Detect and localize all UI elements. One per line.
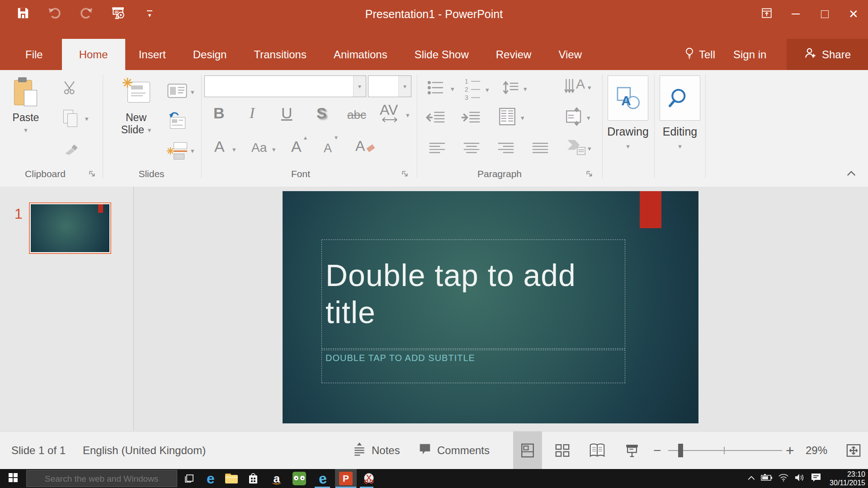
slide-thumbnail[interactable] (29, 202, 111, 254)
drawing-button[interactable]: A Drawing ▾ (608, 75, 648, 150)
zoom-out-button[interactable]: − (653, 432, 661, 469)
font-color-button[interactable]: A (214, 138, 225, 155)
tell-me-box[interactable]: Tell (684, 39, 715, 70)
ribbon-display-options-button[interactable] (752, 0, 781, 28)
taskbar-search-box[interactable] (26, 470, 177, 487)
cut-button[interactable] (62, 80, 78, 97)
action-center-icon[interactable] (811, 473, 821, 484)
text-direction-button[interactable]: A ▾ (564, 78, 591, 96)
reading-view-button[interactable] (583, 432, 612, 469)
customize-qat-button[interactable]: ▾ (140, 5, 159, 23)
tab-review[interactable]: Review (482, 39, 545, 70)
align-right-button[interactable] (497, 141, 514, 155)
share-button[interactable]: Share (787, 39, 868, 70)
taskbar-clock[interactable]: 23:10 30/11/2015 (827, 470, 865, 487)
wifi-icon[interactable] (778, 474, 789, 483)
strikethrough-button[interactable]: abc (347, 108, 366, 122)
decrease-font-size-button[interactable]: A (324, 141, 332, 155)
minimize-button[interactable] (781, 0, 810, 28)
comments-toggle[interactable]: Comments (418, 432, 490, 469)
justify-button[interactable] (532, 141, 549, 155)
tab-design[interactable]: Design (179, 39, 241, 70)
close-button[interactable]: ✕ (839, 0, 868, 28)
tab-insert[interactable]: Insert (125, 39, 179, 70)
chevron-down-icon[interactable]: ▾ (398, 76, 411, 97)
font-size-combobox[interactable]: ▾ (368, 75, 411, 97)
editing-button[interactable]: Editing ▾ (660, 75, 700, 150)
reset-slide-button[interactable] (168, 112, 186, 129)
align-text-button[interactable]: ▾ (564, 107, 590, 128)
tray-chevron-up-icon[interactable] (747, 474, 755, 483)
text-shadow-button[interactable]: S (316, 104, 327, 122)
subtitle-placeholder[interactable]: DOUBLE TAP TO ADD SUBTITLE (321, 350, 625, 383)
tab-animations[interactable]: Animations (320, 39, 401, 70)
normal-view-button[interactable] (513, 432, 542, 469)
copy-button[interactable]: ▾ (63, 110, 89, 127)
start-button[interactable] (0, 469, 26, 488)
title-placeholder[interactable]: Double tap to add title (321, 239, 625, 349)
tab-file[interactable]: File (14, 39, 55, 70)
font-dialog-launcher[interactable] (401, 170, 410, 179)
bold-button[interactable]: B (213, 104, 225, 122)
slide-indicator[interactable]: Slide 1 of 1 (11, 432, 66, 469)
paste-button[interactable]: Paste ▾ (10, 74, 42, 133)
zoom-slider-track[interactable] (668, 450, 782, 451)
taskbar-snipping-tool-icon[interactable] (359, 469, 379, 488)
slide-show-view-button[interactable] (618, 432, 646, 469)
save-button[interactable] (14, 5, 33, 23)
paragraph-dialog-launcher[interactable] (586, 170, 595, 179)
taskbar-edge-icon[interactable]: e (201, 469, 221, 488)
clear-formatting-button[interactable]: A (355, 138, 365, 155)
format-painter-button[interactable] (62, 141, 79, 160)
zoom-level[interactable]: 29% (806, 432, 827, 469)
taskbar-internet-explorer-icon[interactable]: e (313, 469, 333, 488)
align-center-button[interactable] (463, 141, 480, 155)
notes-toggle[interactable]: Notes (353, 432, 400, 469)
slide-sorter-view-button[interactable] (548, 432, 577, 469)
underline-button[interactable]: U (281, 104, 292, 122)
taskbar-store-icon[interactable] (243, 469, 263, 488)
change-case-button[interactable]: Aa (251, 141, 267, 155)
start-from-beginning-button[interactable] (108, 5, 127, 23)
slide-layout-button[interactable]: ▾ (167, 83, 194, 101)
language-indicator[interactable]: English (United Kingdom) (83, 432, 206, 469)
tab-transitions[interactable]: Transitions (240, 39, 320, 70)
fit-slide-to-window-button[interactable] (839, 432, 868, 469)
character-spacing-button[interactable]: AV (380, 102, 400, 123)
align-left-button[interactable] (429, 141, 446, 155)
tab-slide-show[interactable]: Slide Show (401, 39, 482, 70)
zoom-slider-thumb[interactable] (678, 444, 683, 457)
undo-button[interactable] (45, 5, 64, 23)
taskbar-tripadvisor-icon[interactable] (289, 469, 309, 488)
sign-in-link[interactable]: Sign in (733, 39, 766, 70)
line-spacing-button[interactable]: ▾ (502, 80, 527, 97)
chevron-down-icon[interactable]: ▾ (353, 76, 366, 97)
decrease-indent-button[interactable] (426, 110, 446, 127)
redo-button[interactable] (77, 5, 96, 23)
slide-flag-shape[interactable] (640, 191, 661, 228)
numbering-button[interactable]: 1 2 3 ▾ (465, 78, 489, 101)
clipboard-dialog-launcher[interactable] (89, 170, 98, 179)
task-view-button[interactable] (179, 469, 199, 488)
bullets-button[interactable]: ▾ (427, 80, 454, 97)
section-button[interactable]: ▾ (168, 141, 194, 160)
convert-to-smartart-button[interactable]: ▾ (566, 139, 591, 158)
taskbar-amazon-icon[interactable]: a (267, 469, 287, 488)
tab-home[interactable]: Home (62, 39, 125, 70)
increase-font-size-button[interactable]: A (291, 138, 302, 155)
new-slide-button[interactable]: New Slide ▾ (115, 74, 157, 136)
search-input[interactable] (27, 470, 196, 488)
font-name-combobox[interactable]: ▾ (204, 75, 366, 97)
increase-indent-button[interactable] (461, 110, 481, 127)
restore-button[interactable] (810, 0, 839, 28)
collapse-ribbon-button[interactable] (846, 170, 856, 178)
taskbar-file-explorer-icon[interactable] (222, 469, 241, 488)
slide-canvas[interactable]: Double tap to add title DOUBLE TAP TO AD… (283, 191, 698, 423)
volume-icon[interactable] (794, 473, 805, 484)
columns-button[interactable]: ▾ (498, 107, 524, 128)
zoom-in-button[interactable]: + (786, 432, 794, 469)
italic-button[interactable]: I (250, 104, 255, 122)
taskbar-powerpoint-icon[interactable]: P (335, 469, 357, 488)
tab-view[interactable]: View (545, 39, 595, 70)
battery-icon[interactable] (761, 474, 773, 483)
